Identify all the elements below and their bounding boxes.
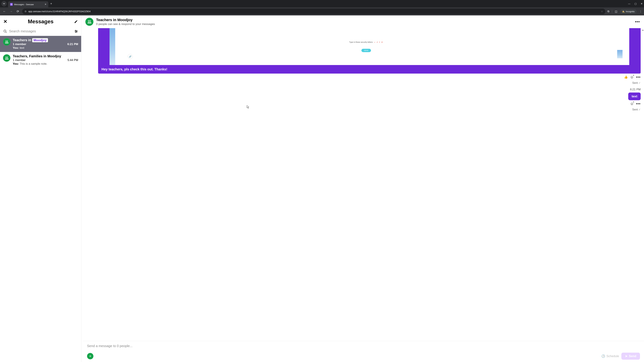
tab-favicon: S xyxy=(10,3,13,6)
incognito-label: Incognito xyxy=(626,10,634,13)
browser-menu-icon[interactable]: ⋮ xyxy=(639,10,642,13)
send-icon: ➤ xyxy=(625,354,628,358)
svg-point-5 xyxy=(76,31,77,31)
incognito-badge[interactable]: 🕵 Incognito xyxy=(620,9,636,14)
svg-point-10 xyxy=(6,57,6,58)
browser-tab-strip: S Messages - Seesaw × + — ▢ ✕ xyxy=(0,0,644,7)
conversation-list: Teachers in Moodjoy 1 member 6:21 PM You… xyxy=(0,36,81,362)
composer-input[interactable]: Send a message to 0 people... xyxy=(87,344,640,353)
thumbs-up-reaction[interactable]: 👍 xyxy=(624,75,628,79)
conversation-time: 6:21 PM xyxy=(68,42,78,46)
search-placeholder: Search messages xyxy=(9,29,36,33)
site-settings-icon[interactable]: ⚙ xyxy=(24,10,27,13)
extensions-icon[interactable]: ⧉ xyxy=(608,10,609,13)
incognito-icon: 🕵 xyxy=(622,10,625,13)
minimize-button[interactable]: — xyxy=(628,2,630,5)
tab-search-dropdown[interactable] xyxy=(1,1,7,6)
clock-icon: 🕒 xyxy=(602,354,605,358)
svg-line-1 xyxy=(6,32,7,33)
message-actions: 👍 ☺ ••• xyxy=(98,75,641,79)
preview-image-fragment xyxy=(110,28,115,65)
svg-point-0 xyxy=(4,30,6,32)
side-panel-icon[interactable]: ◫ xyxy=(615,10,617,13)
conversation-title: Teachers, Families in Moodjoy xyxy=(13,54,61,58)
conversation-more-button[interactable]: ••• xyxy=(635,19,640,24)
message-actions: ☺ ••• xyxy=(98,102,641,106)
message-more-button[interactable]: ••• xyxy=(636,75,641,79)
compose-button[interactable] xyxy=(74,20,78,23)
preview-security-text: Type in these security letters: c 4 3 K xyxy=(349,41,383,43)
conversation-subtitle: 0 people can see & respond to your messa… xyxy=(96,22,632,26)
forward-button[interactable]: → xyxy=(9,10,14,13)
svg-point-9 xyxy=(7,41,8,42)
conversation-title-prefix: Teachers in xyxy=(13,38,31,42)
conversation-preview-you: You: xyxy=(13,62,19,65)
schedule-button[interactable]: 🕒 Schedule xyxy=(602,354,619,358)
close-messages-button[interactable]: ✕ xyxy=(3,19,7,24)
add-reaction-button[interactable]: ☺ xyxy=(630,102,634,106)
browser-toolbar: ← → ⟳ ⚙ app.seesaw.me/c/conv.01HR4FNQSKJ… xyxy=(0,7,644,15)
conversation-item[interactable]: Teachers in Moodjoy 1 member 6:21 PM You… xyxy=(0,36,81,52)
search-input[interactable]: Search messages xyxy=(3,29,72,33)
svg-point-3 xyxy=(75,30,76,31)
window-controls: — ▢ ✕ xyxy=(628,2,643,5)
group-avatar-icon xyxy=(3,54,10,62)
messages-area[interactable]: 🔗 Type in these security letters: c 4 3 … xyxy=(81,28,644,341)
message-more-button[interactable]: ••• xyxy=(636,102,641,106)
url-text: app.seesaw.me/c/conv.01HR4FNQSKJRF4332PS… xyxy=(28,10,599,13)
svg-point-8 xyxy=(6,41,6,42)
search-icon xyxy=(3,29,7,33)
conversation-preview-text: text xyxy=(20,46,24,49)
add-reaction-button[interactable]: ☺ xyxy=(630,75,634,79)
filter-button[interactable] xyxy=(74,30,78,33)
tab-title: Messages - Seesaw xyxy=(14,3,44,6)
close-window-button[interactable]: ✕ xyxy=(641,2,643,5)
scroll-up-indicator[interactable] xyxy=(642,29,644,31)
new-tab-button[interactable]: + xyxy=(50,2,52,5)
conversation-item[interactable]: Teachers, Families in Moodjoy 1 member 5… xyxy=(0,52,81,68)
send-button[interactable]: ➤ Send xyxy=(621,353,640,360)
preview-captcha: c 4 3 K xyxy=(374,41,383,43)
conversation-header: Teachers in Moodjoy 0 people can see & r… xyxy=(81,15,644,28)
conversation-members: 1 member xyxy=(13,58,26,62)
group-avatar-icon xyxy=(85,18,94,26)
group-avatar-icon xyxy=(3,38,10,45)
main-panel: Teachers in Moodjoy 0 people can see & r… xyxy=(81,15,644,362)
message-timestamp: 6:21 PM xyxy=(98,88,641,91)
maximize-button[interactable]: ▢ xyxy=(634,2,636,5)
reload-button[interactable]: ⟳ xyxy=(16,9,20,13)
message-attachment-bubble[interactable]: 🔗 Type in these security letters: c 4 3 … xyxy=(98,28,641,73)
conversation-title-badge: Moodjoy xyxy=(32,38,48,42)
browser-tab[interactable]: S Messages - Seesaw × xyxy=(8,1,48,7)
sent-check-icon: ✓ xyxy=(638,81,641,84)
attachment-preview: 🔗 Type in these security letters: c 4 3 … xyxy=(110,28,629,65)
conversation-title: Teachers in Moodjoy xyxy=(96,18,632,22)
attachment-caption: Hey teachers, pls check this out. Thanks… xyxy=(98,65,641,73)
conversation-preview-text: This is a sample note. xyxy=(20,62,47,65)
svg-point-12 xyxy=(88,20,89,22)
conversation-preview-you: You: xyxy=(13,46,19,49)
conversation-time: 5:44 PM xyxy=(68,58,78,62)
message-status: Sent ✓ xyxy=(98,108,641,111)
toolbar-divider xyxy=(612,10,612,13)
sidebar: ✕ Messages Search messages xyxy=(0,15,81,362)
bookmark-icon[interactable]: ☆ xyxy=(601,10,603,13)
address-bar[interactable]: ⚙ app.seesaw.me/c/conv.01HR4FNQSKJRF4332… xyxy=(22,8,606,14)
sent-check-icon: ✓ xyxy=(638,108,641,111)
message-bubble[interactable]: text xyxy=(628,92,641,100)
sidebar-title: Messages xyxy=(10,18,72,25)
message-composer: Send a message to 0 people... + 🕒 Schedu… xyxy=(83,341,644,362)
link-icon[interactable]: 🔗 xyxy=(128,54,133,59)
preview-send-button: SEND xyxy=(362,49,371,52)
preview-image-fragment xyxy=(617,50,622,58)
back-button[interactable]: ← xyxy=(2,10,7,13)
tab-close-icon[interactable]: × xyxy=(45,3,46,6)
message-status: Sent ✓ xyxy=(98,81,641,84)
svg-point-11 xyxy=(7,57,8,58)
svg-point-7 xyxy=(76,32,76,32)
add-attachment-button[interactable]: + xyxy=(87,353,94,359)
svg-point-13 xyxy=(90,20,91,22)
conversation-members: 1 member xyxy=(13,42,26,46)
